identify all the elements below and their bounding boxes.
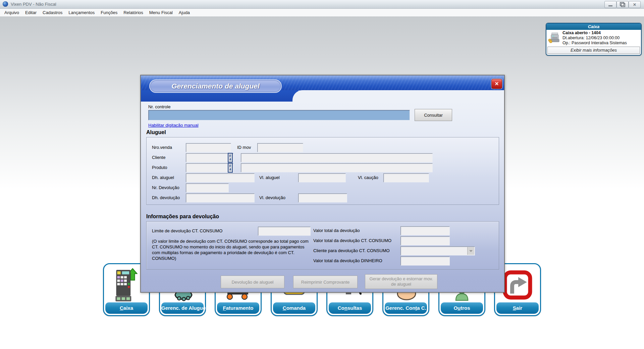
menu-funcoes[interactable]: Funções [98, 9, 120, 16]
vl-caucao-input[interactable] [383, 173, 429, 182]
nro-venda-label: Nro.venda [152, 145, 172, 150]
valor-total-ct-label: Valor total da devolução CT. CONSUMO [313, 238, 391, 243]
vl-devolucao-input[interactable] [298, 193, 347, 202]
nr-controle-label: Nr. controle [148, 104, 170, 109]
vl-devolucao-label: Vl. devolução [259, 195, 285, 200]
produto-code-input[interactable] [186, 163, 233, 172]
devolucao-note: (O valor limite de devolução com CT. CON… [152, 238, 312, 261]
menu-editar[interactable]: Editar [22, 9, 40, 16]
toolbar-label-caixa: Caixa [105, 302, 148, 314]
cliente-ct-label: Cliente para devolução CT. CONSUMO [313, 248, 390, 253]
application-window: Vixen PDV - Não Fiscal ✕ Arquivo Editar … [0, 0, 644, 349]
chevron-down-icon[interactable] [467, 247, 474, 255]
menu-arquivo[interactable]: Arquivo [1, 9, 22, 16]
restore-icon [621, 3, 625, 7]
dh-devolucao-input[interactable] [186, 193, 255, 202]
valor-total-ct-input[interactable] [400, 236, 450, 245]
cliente-label: Cliente [152, 155, 165, 160]
caixa-opening-datetime: Dt.abertura: 12/06/23 00:00:00 [562, 36, 627, 41]
devolucao-section-header: Informações para devolução [146, 214, 219, 220]
menu-cadastros[interactable]: Cadastros [40, 9, 65, 16]
aluguel-fieldset: Nro.venda ID mov Cliente F4 Produto F4 D… [146, 137, 499, 205]
vixen-logo-icon [3, 1, 8, 7]
valor-total-dinheiro-input[interactable] [400, 256, 450, 266]
id-mov-input[interactable] [257, 143, 303, 152]
devolucao-fieldset: Limite de devolução CT. CONSUMO (O valor… [146, 221, 499, 270]
toolbar-label-sair: Sair [496, 302, 539, 314]
cliente-name-input[interactable] [241, 153, 433, 162]
toolbar-label-outros: Outros [441, 302, 483, 314]
cliente-code-input[interactable] [186, 153, 233, 162]
dialog-title: Gerenciamento de aluguel [149, 79, 282, 93]
window-title: Vixen PDV - Não Fiscal [11, 2, 56, 7]
valor-total-input[interactable] [400, 226, 450, 235]
menu-ajuda[interactable]: Ajuda [176, 9, 193, 16]
close-icon: ✕ [633, 3, 636, 7]
limite-devolucao-input[interactable] [258, 227, 311, 236]
menu-relatorios[interactable]: Relatórios [120, 9, 146, 16]
dh-devolucao-label: Dh. devolução [152, 195, 180, 200]
caixa-status-panel: Caixa Caixa aberto - 1404 Dt.abertura: 1… [546, 23, 642, 56]
menu-lancamentos[interactable]: Lançamentos [65, 9, 98, 16]
toolbar-label-comanda: Comanda [273, 302, 315, 314]
valor-total-dinheiro-label: Valor total da devolução DINHEIRO [313, 258, 382, 263]
produto-name-input[interactable] [241, 163, 433, 172]
toolbar-label-consultas: Consultas [329, 302, 371, 314]
nr-devolucao-input[interactable] [186, 183, 229, 192]
dialog-close-button[interactable]: ✕ [491, 79, 502, 89]
produto-f4-button[interactable]: F4 [228, 163, 233, 173]
nr-devolucao-label: Nr. Devolução [152, 185, 179, 190]
limite-devolucao-label: Limite de devolução CT. CONSUMO [152, 228, 222, 233]
toolbar-label-faturamento: Faturamento [217, 302, 259, 314]
vl-caucao-label: Vl. caução [358, 175, 378, 180]
toolbar-label-gerenc-conta: Gerenc. Conta C. [385, 302, 427, 314]
menubar: Arquivo Editar Cadastros Lançamentos Fun… [0, 9, 644, 16]
devolucao-aluguel-button[interactable]: Devolução de aluguel [221, 276, 284, 288]
habilitar-digitacao-link[interactable]: Habilitar digitação manual [148, 123, 199, 128]
cliente-f4-button[interactable]: F4 [228, 153, 233, 163]
restore-button[interactable] [616, 1, 629, 8]
reimprimir-comprovante-button[interactable]: Reimprimir Comprovante [293, 276, 358, 288]
consultar-button[interactable]: Consultar [415, 109, 452, 121]
titlebar: Vixen PDV - Não Fiscal ✕ [0, 0, 644, 9]
toolbar-label-gerenc-aluguel: Gerenc. de Aluguel [161, 302, 204, 314]
gerar-devolucao-button[interactable]: Gerar devolução e estornar mov. de alugu… [365, 274, 437, 289]
cash-register-icon [548, 33, 561, 43]
dh-aluguel-label: Dh. aluguel [152, 175, 174, 180]
produto-label: Produto [152, 165, 167, 170]
caixa-status: Caixa aberto - 1404 [562, 31, 627, 36]
caixa-panel-title: Caixa [546, 23, 641, 30]
minimize-icon [608, 5, 612, 6]
cliente-ct-dropdown[interactable] [400, 246, 475, 255]
menu-menu-fiscal[interactable]: Menu Fiscal [146, 9, 176, 16]
close-window-button[interactable]: ✕ [629, 1, 641, 8]
aluguel-section-header: Aluguel [146, 129, 166, 135]
rental-management-dialog: Gerenciamento de aluguel ✕ Nr. controle … [140, 75, 505, 293]
dh-aluguel-input[interactable] [186, 173, 255, 182]
vl-aluguel-input[interactable] [298, 173, 346, 182]
id-mov-label: ID mov [237, 145, 251, 150]
vl-aluguel-label: Vl. aluguel [259, 175, 280, 180]
caixa-operator: Op.: Password Interativa Sistemas [562, 41, 627, 46]
nr-controle-input[interactable] [148, 110, 410, 120]
minimize-button[interactable] [604, 1, 616, 8]
nro-venda-input[interactable] [186, 143, 231, 152]
valor-total-label: Valor total da devolução [313, 228, 360, 233]
show-more-info-button[interactable]: Exibir mais informações [547, 47, 640, 54]
